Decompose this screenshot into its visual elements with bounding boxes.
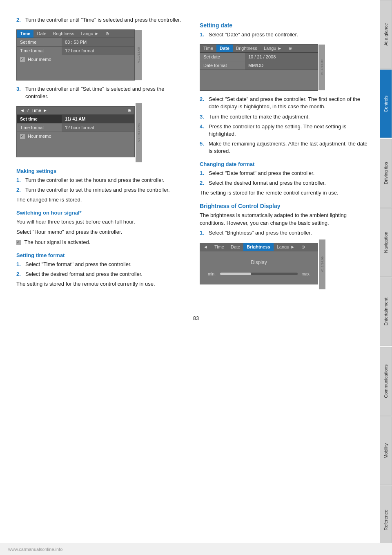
brightness-max-label: max. xyxy=(301,272,311,276)
mockup-2-right-arrow: ► xyxy=(43,108,47,113)
setting-date-step-3-num: 3. xyxy=(200,113,207,121)
step-2-text: Turn the controller until "Time" is sele… xyxy=(25,16,187,24)
mockup-3-tab-time: Time xyxy=(200,45,216,52)
brightness-min-label: min. xyxy=(207,272,217,276)
time-format-step-2-text: Select the desired format and press the … xyxy=(25,271,187,278)
mockup-3-tab-plus: ⊕ xyxy=(285,45,295,52)
brightness-slider: min. max. xyxy=(207,272,311,276)
main-content: 2. Turn the controller until "Time" is s… xyxy=(0,0,379,307)
mockup-4-wrapper: ◄ Time Date Brightness Langu ► ⊕ Display… xyxy=(200,239,318,289)
mockup-4-display-area: Display min. max. xyxy=(200,251,318,284)
mockup-2-value-timeformat: 12 hour format xyxy=(62,123,134,132)
time-format-step-2: 2. Select the desired format and press t… xyxy=(16,271,187,278)
time-format-step-1: 1. Select "Time format" and press the co… xyxy=(16,261,187,268)
sidebar-tab-at-a-glance[interactable]: At a glance xyxy=(380,0,392,69)
mockup-3-header: Time Date Brightness Langu ► ⊕ xyxy=(200,45,318,53)
mockup-2-side-label: V1.1/14.02m xyxy=(136,103,142,162)
right-column: Setting date 1. Select "Date" and press … xyxy=(200,16,371,291)
sidebar-tab-entertainment[interactable]: Entertainment xyxy=(380,278,392,346)
mockup-1-header: Time Date Brightness Langu ► ⊕ xyxy=(17,30,134,38)
hour-signal-check-icon xyxy=(16,240,21,245)
time-format-stored: The setting is stored for the remote con… xyxy=(16,280,187,288)
mockup-1-tab-plus: ⊕ xyxy=(102,30,112,38)
mockup-4-tab-time: Time xyxy=(211,243,227,251)
mockup-2-row-timeformat: Time format 12 hour format xyxy=(17,123,134,132)
brightness-step-1-text: Select "Brightness" and press the contro… xyxy=(209,229,371,237)
hourmemo-check-icon xyxy=(20,57,25,62)
mockup-2-empty-space xyxy=(17,141,134,157)
mockup-2-label-timeformat: Time format xyxy=(17,123,62,132)
mockup-1: Time Date Brightness Langu ► ⊕ Set time … xyxy=(16,29,135,81)
brightness-para: The brightness is automatically adapted … xyxy=(200,212,371,227)
step-2-intro: 2. Turn the controller until "Time" is s… xyxy=(16,16,187,24)
mockup-2-value-settime: 11/ 41 AM xyxy=(62,115,134,123)
mockup-2-title-text: Time xyxy=(31,108,41,113)
mockup-2-row-settime: Set time 11/ 41 AM xyxy=(17,115,134,123)
mockup-3-tab-language: Langu ► xyxy=(261,45,285,52)
mockup-2-row-hourmemo: Hour memo xyxy=(17,132,134,141)
mockup-3-label-setdate: Set date xyxy=(200,53,245,61)
setting-date-step-5-text: Make the remaining adjustments. After th… xyxy=(209,140,371,155)
sidebar-tab-communications[interactable]: Communications xyxy=(380,347,392,416)
date-format-step-2-text: Select the desired format and press the … xyxy=(209,179,371,187)
mockup-2: ◄ ✓ Time ► ⊕ Set time 11/ 41 AM Time for… xyxy=(16,106,135,157)
sidebar-tab-navigation[interactable]: Navigation xyxy=(380,208,392,277)
mockup-2-hourmemo-check xyxy=(20,134,25,139)
mockup-3-value-dateformat: MM/DD xyxy=(245,61,318,69)
date-format-step-2-num: 2. xyxy=(200,179,207,187)
setting-date-step-2: 2. Select "Set date" and press the contr… xyxy=(200,96,371,110)
mockup-1-row-settime: Set time 03 : 53 PM xyxy=(17,38,134,47)
setting-time-format-heading: Setting time format xyxy=(16,252,187,258)
making-step-1-num: 1. xyxy=(16,177,24,184)
brightness-heading: Brightness of Control Display xyxy=(200,203,371,209)
time-format-step-2-num: 2. xyxy=(16,271,24,278)
footer-url: www.carmanualsonline.info xyxy=(8,547,62,552)
mockup-4-side-label: V1.1/14.09 xyxy=(319,239,325,289)
brightness-slider-track xyxy=(220,273,298,275)
setting-date-step-5: 5. Make the remaining adjustments. After… xyxy=(200,140,371,155)
setting-date-step-4: 4. Press the controller to apply the set… xyxy=(200,123,371,138)
mockup-4-tab-plus: ⊕ xyxy=(298,243,308,251)
setting-date-step-2-num: 2. xyxy=(200,96,207,110)
mockup-2-title: ◄ ✓ Time ► xyxy=(20,108,47,113)
step-3-intro: 3. Turn the controller until "Set time" … xyxy=(16,85,187,100)
brightness-slider-fill xyxy=(220,273,251,275)
making-step-1-text: Turn the controller to set the hours and… xyxy=(25,177,187,184)
setting-date-heading: Setting date xyxy=(200,22,371,29)
mockup-3-tab-date: Date xyxy=(216,45,233,52)
mockup-4: ◄ Time Date Brightness Langu ► ⊕ Display… xyxy=(200,243,318,284)
step-3-text: Turn the controller until "Set time" is … xyxy=(25,85,187,100)
mockup-2-header: ◄ ✓ Time ► ⊕ xyxy=(17,107,134,115)
page-number: 83 xyxy=(0,315,392,325)
step-2-number: 2. xyxy=(16,16,24,24)
switching-para-3: The hour signal is activated. xyxy=(16,239,187,246)
setting-date-step-3: 3. Turn the controller to make the adjus… xyxy=(200,113,371,121)
mockup-4-tab-left-arrow: ◄ xyxy=(200,243,211,251)
mockup-3-label-dateformat: Date format xyxy=(200,61,245,69)
time-format-step-1-text: Select "Time format" and press the contr… xyxy=(25,261,187,268)
changing-date-format-heading: Changing date format xyxy=(200,161,371,167)
switching-para-2: Select "Hour memo" and press the control… xyxy=(16,228,187,236)
sidebar-tab-mobility[interactable]: Mobility xyxy=(380,416,392,485)
mockup-2-label-settime: Set time xyxy=(17,115,62,123)
mockup-3-row-dateformat: Date format MM/DD xyxy=(200,61,318,70)
sidebar-tab-controls[interactable]: Controls xyxy=(380,69,392,138)
mockup-1-label-settime: Set time xyxy=(17,38,62,46)
footer-bar: www.carmanualsonline.info xyxy=(0,543,392,555)
sidebar-tab-driving-tips[interactable]: Driving tips xyxy=(380,139,392,208)
making-step-2-num: 2. xyxy=(16,186,24,194)
mockup-3-empty-space xyxy=(200,70,318,90)
mockup-4-tab-language: Langu ► xyxy=(274,243,298,251)
date-format-stored: The setting is stored for the remote con… xyxy=(200,189,371,197)
mockup-4-tab-date: Date xyxy=(227,243,243,251)
brightness-step-1-num: 1. xyxy=(200,229,207,237)
mockup-3-tab-brightness: Brightness xyxy=(233,45,261,52)
mockup-1-side-label: V1.1/13.09 xyxy=(135,30,142,80)
mockup-1-value-timeformat: 12 hour format xyxy=(62,47,134,55)
mockup-3: Time Date Brightness Langu ► ⊕ Set date … xyxy=(200,44,318,91)
setting-date-step-2-text: Select "Set date" and press the controll… xyxy=(209,96,371,110)
setting-date-step-3-text: Turn the controller to make the adjustme… xyxy=(209,113,371,121)
mockup-2-plus-icon: ⊕ xyxy=(127,108,131,113)
switching-heading: Switching on hour signal* xyxy=(16,210,187,216)
date-format-step-2: 2. Select the desired format and press t… xyxy=(200,179,371,187)
